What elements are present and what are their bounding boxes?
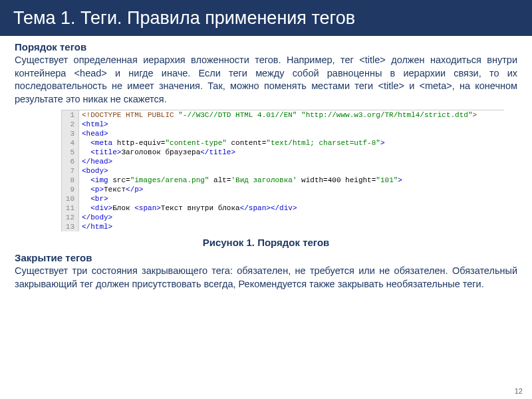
line-number: 12 (62, 213, 79, 222)
line-number: 1 (62, 110, 79, 120)
code-line: 3<head> (62, 129, 504, 138)
code-content: </head> (79, 157, 115, 166)
code-example: 1<!DOCTYPE HTML PUBLIC "-//W3C//DTD HTML… (61, 110, 504, 231)
code-content: <img src="images/arena.png" alt='Вид заг… (79, 176, 405, 185)
code-line: 4 <meta http-equiv="content-type" conten… (62, 138, 504, 148)
line-number: 6 (62, 157, 79, 166)
figure-caption: Рисунок 1. Порядок тегов (15, 237, 517, 248)
code-content: <html> (79, 120, 111, 129)
line-number: 3 (62, 129, 79, 138)
code-content: <!DOCTYPE HTML PUBLIC "-//W3C//DTD HTML … (79, 110, 479, 120)
code-content: <br> (79, 194, 111, 203)
line-number: 9 (62, 185, 79, 194)
slide-header: Тема 1. Теги. Правила применения тегов (0, 0, 532, 36)
code-content: <p>Текст</p> (79, 185, 146, 194)
line-number: 11 (62, 203, 79, 213)
code-line: 7<body> (62, 166, 504, 176)
code-content: <div>Блок <span>Текст внутри блока</span… (79, 203, 300, 213)
code-content: <title>Заголовок браузера</title> (79, 148, 238, 157)
code-line: 13</html> (62, 222, 504, 231)
code-content: <meta http-equiv="content-type" content=… (79, 138, 388, 148)
line-number: 4 (62, 138, 79, 148)
section1-title: Порядок тегов (15, 41, 517, 53)
code-line: 1<!DOCTYPE HTML PUBLIC "-//W3C//DTD HTML… (62, 110, 504, 120)
section2-text: Существует три состояния закрывающего те… (15, 265, 517, 291)
code-line: 11 <div>Блок <span>Текст внутри блока</s… (62, 203, 504, 213)
code-line: 2<html> (62, 120, 504, 129)
code-line: 12</body> (62, 213, 504, 222)
line-number: 5 (62, 148, 79, 157)
code-content: <body> (79, 166, 111, 176)
slide-title: Тема 1. Теги. Правила применения тегов (13, 8, 355, 29)
code-line: 5 <title>Заголовок браузера</title> (62, 148, 504, 157)
code-line: 6</head> (62, 157, 504, 166)
line-number: 2 (62, 120, 79, 129)
section2-title: Закрытие тегов (15, 252, 517, 263)
line-number: 8 (62, 176, 79, 185)
slide-body: Порядок тегов Существует определенная ие… (0, 36, 532, 291)
section1-text: Существует определенная иерархия вложенн… (15, 54, 517, 106)
code-content: </body> (79, 213, 115, 222)
code-line: 8 <img src="images/arena.png" alt='Вид з… (62, 176, 504, 185)
page-number: 12 (515, 387, 523, 395)
code-line: 10 <br> (62, 194, 504, 203)
code-content: </html> (79, 222, 115, 231)
line-number: 10 (62, 194, 79, 203)
code-content: <head> (79, 129, 111, 138)
code-line: 9 <p>Текст</p> (62, 185, 504, 194)
line-number: 13 (62, 222, 79, 231)
line-number: 7 (62, 166, 79, 176)
